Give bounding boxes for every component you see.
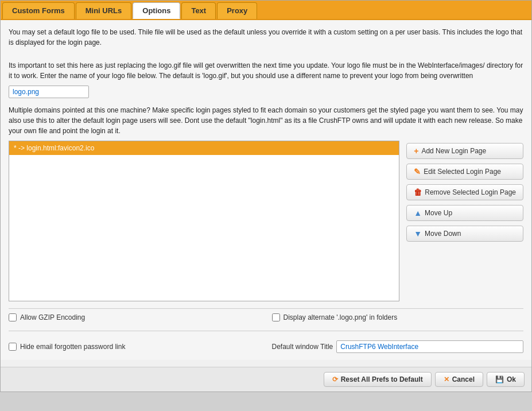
add-new-login-page-button[interactable]: + Add New Login Page [406, 143, 523, 159]
move-down-label: Move Down [425, 230, 461, 238]
reset-all-prefs-button[interactable]: ⟳ Reset All Prefs to Default [324, 372, 432, 387]
display-alternate-label: Display alternate '.logo.png' in folders [284, 313, 398, 321]
move-down-icon: ▼ [414, 229, 422, 238]
allow-gzip-label: Allow GZIP Encoding [20, 313, 85, 321]
allow-gzip-checkbox[interactable] [9, 313, 17, 321]
login-pages-list[interactable]: * -> login.html:favicon2.ico [9, 141, 399, 301]
cancel-button[interactable]: ✕ Cancel [435, 372, 483, 387]
info-text-2: Its important to set this here as just r… [9, 60, 523, 81]
section-divider [9, 331, 523, 331]
tab-bar: Custom Forms Mini URLs Options Text Prox… [1, 1, 531, 20]
tab-proxy[interactable]: Proxy [217, 2, 257, 19]
tab-custom-forms[interactable]: Custom Forms [2, 2, 75, 19]
edit-selected-label: Edit Selected Login Page [424, 168, 501, 176]
checkbox-section: Allow GZIP Encoding Display alternate '.… [9, 308, 523, 353]
edit-icon: ✎ [414, 167, 421, 176]
display-alternate-item: Display alternate '.logo.png' in folders [272, 313, 524, 321]
logo-input-container [9, 86, 523, 98]
edit-selected-login-page-button[interactable]: ✎ Edit Selected Login Page [406, 164, 523, 180]
info-text-3: Multiple domains pointed at this one mac… [9, 105, 523, 136]
login-pages-actions: + Add New Login Page ✎ Edit Selected Log… [406, 141, 523, 301]
move-up-icon: ▲ [414, 208, 422, 218]
move-up-button[interactable]: ▲ Move Up [406, 205, 523, 221]
cancel-label: Cancel [452, 375, 475, 383]
remove-selected-label: Remove Selected Login Page [425, 188, 516, 196]
ok-label: Ok [507, 375, 516, 383]
tab-text[interactable]: Text [181, 2, 216, 19]
remove-selected-login-page-button[interactable]: 🗑 Remove Selected Login Page [406, 184, 523, 200]
footer-bar: ⟳ Reset All Prefs to Default ✕ Cancel 💾 … [1, 367, 531, 391]
reset-label: Reset All Prefs to Default [341, 375, 423, 383]
allow-gzip-item: Allow GZIP Encoding [9, 313, 261, 321]
logo-filename-input[interactable] [9, 86, 89, 98]
tab-options[interactable]: Options [133, 2, 180, 19]
content-area: You may set a default logo file to be us… [1, 20, 531, 360]
window-title-field: Default window Title [272, 340, 524, 353]
cancel-icon: ✕ [444, 375, 449, 383]
remove-icon: 🗑 [414, 188, 422, 197]
display-alternate-checkbox[interactable] [272, 313, 280, 321]
info-text-1: You may set a default logo file to be us… [9, 27, 523, 48]
window-title-label: Default window Title [272, 343, 333, 351]
ok-icon: 💾 [495, 375, 504, 383]
reset-icon: ⟳ [332, 375, 338, 383]
add-new-label: Add New Login Page [421, 147, 486, 155]
tab-mini-urls[interactable]: Mini URLs [76, 2, 132, 19]
checkbox-row-1: Allow GZIP Encoding Display alternate '.… [9, 313, 523, 321]
window-title-input[interactable] [336, 340, 523, 353]
ok-button[interactable]: 💾 Ok [487, 372, 525, 387]
hide-email-checkbox[interactable] [9, 343, 17, 351]
move-down-button[interactable]: ▼ Move Down [406, 226, 523, 242]
main-container: Custom Forms Mini URLs Options Text Prox… [0, 0, 532, 392]
list-item[interactable]: * -> login.html:favicon2.ico [9, 141, 399, 155]
hide-email-item: Hide email forgotten password link [9, 343, 261, 351]
hide-email-label: Hide email forgotten password link [20, 343, 125, 351]
checkbox-row-2: Hide email forgotten password link Defau… [9, 340, 523, 353]
add-icon: + [414, 146, 418, 156]
move-up-label: Move Up [425, 209, 452, 217]
login-pages-section: * -> login.html:favicon2.ico + Add New L… [9, 141, 523, 301]
